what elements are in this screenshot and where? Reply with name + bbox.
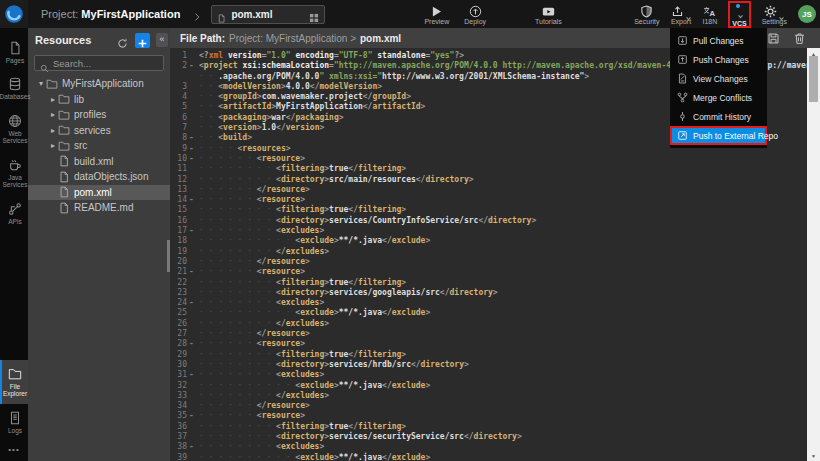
sidebar-item-apis[interactable]: APIs bbox=[0, 195, 28, 231]
line-number: 5 bbox=[170, 102, 187, 112]
caret-right-icon: ▸ bbox=[48, 95, 58, 104]
fold-marker[interactable]: - bbox=[187, 339, 196, 349]
sidebar-item-web-services[interactable]: Web Services bbox=[0, 107, 28, 151]
i18n-button[interactable]: A I18N bbox=[703, 4, 718, 25]
caret-right-icon: ▸ bbox=[48, 141, 58, 150]
code-line: 25· · · · · · · · · · <exclude>**/*.java… bbox=[170, 308, 807, 318]
file-icon bbox=[58, 186, 70, 198]
vcs-menu-item-push-to-external-repo[interactable]: Push to External Repo bbox=[670, 126, 767, 145]
fold-marker[interactable]: - bbox=[187, 144, 196, 154]
line-number: 9 bbox=[170, 144, 187, 154]
resources-search[interactable] bbox=[34, 55, 164, 71]
sidebar-item-logs[interactable]: Logs bbox=[0, 404, 28, 440]
grid-icon[interactable] bbox=[309, 9, 319, 19]
settings-button[interactable]: Settings bbox=[762, 4, 787, 25]
line-number: 19 bbox=[170, 247, 187, 257]
editor-scrollbar[interactable]: ▲ ▼ bbox=[807, 48, 820, 461]
fold-marker[interactable]: - bbox=[187, 154, 196, 164]
tree-item-pom-xml[interactable]: pom.xml bbox=[28, 185, 170, 201]
app-logo[interactable] bbox=[0, 0, 28, 28]
topbar: Project: MyFirstApplication pom.xml Prev… bbox=[0, 0, 820, 28]
preview-button[interactable]: Preview bbox=[424, 4, 449, 25]
line-number: 6 bbox=[170, 113, 187, 123]
vcs-menu-item-commit-history[interactable]: Commit History bbox=[670, 107, 767, 126]
menu-item-label: Push Changes bbox=[693, 55, 749, 65]
code-line: 37· · · · · · · · <directory>services/se… bbox=[170, 432, 807, 442]
video-icon bbox=[542, 4, 555, 17]
line-number: 36 bbox=[170, 422, 187, 432]
line-number: 14 bbox=[170, 195, 187, 205]
line-number: 17 bbox=[170, 226, 187, 236]
scroll-down-arrow[interactable]: ▼ bbox=[807, 450, 820, 461]
tree-item-src[interactable]: ▸src bbox=[28, 138, 170, 154]
line-number: 31 bbox=[170, 370, 187, 380]
sidebar-item-pages[interactable]: Pages bbox=[0, 34, 28, 70]
box-up-icon bbox=[677, 54, 688, 65]
fold-marker[interactable]: - bbox=[187, 226, 196, 236]
fold-spacer bbox=[187, 329, 196, 339]
commit-icon bbox=[677, 111, 688, 122]
save-icon[interactable] bbox=[767, 32, 780, 45]
fold-spacer bbox=[187, 164, 196, 174]
tree-item-dataobjects-json[interactable]: dataObjects.json bbox=[28, 169, 170, 185]
sidebar-item-databases[interactable]: Databases bbox=[0, 70, 28, 106]
line-number: 35 bbox=[170, 411, 187, 421]
user-avatar[interactable]: JS bbox=[798, 5, 816, 23]
fold-marker[interactable]: - bbox=[187, 298, 196, 308]
vcs-menu-item-push-changes[interactable]: Push Changes bbox=[670, 50, 767, 69]
nav-overflow-button[interactable]: ••• bbox=[0, 440, 28, 461]
tree-item-build-xml[interactable]: build.xml bbox=[28, 154, 170, 170]
folder-icon bbox=[58, 93, 70, 105]
search-input[interactable] bbox=[53, 58, 158, 69]
sidebar-item-file-explorer[interactable]: File Explorer bbox=[0, 360, 28, 404]
deploy-button[interactable]: Deploy bbox=[464, 4, 486, 25]
line-number: 10 bbox=[170, 154, 187, 164]
vcs-button[interactable]: VCS bbox=[728, 1, 750, 28]
tree-item-label: lib bbox=[74, 94, 84, 105]
scrollbar-thumb[interactable] bbox=[809, 56, 818, 102]
sidebar-item-java-services[interactable]: Java Services bbox=[0, 151, 28, 195]
fold-marker[interactable]: - bbox=[187, 61, 196, 71]
coffee-icon bbox=[8, 158, 22, 172]
search-icon bbox=[40, 59, 49, 68]
tree-item-label: build.xml bbox=[74, 156, 113, 167]
line-number: 2 bbox=[170, 61, 187, 71]
export-button[interactable]: Export bbox=[671, 4, 692, 25]
tree-item-lib[interactable]: ▸lib bbox=[28, 92, 170, 108]
fold-spacer bbox=[187, 205, 196, 215]
tree-item-services[interactable]: ▸services bbox=[28, 123, 170, 139]
security-button[interactable]: Security bbox=[634, 4, 659, 25]
fold-marker[interactable]: - bbox=[187, 267, 196, 277]
add-file-button[interactable] bbox=[135, 33, 150, 48]
code-line: 34· · · · · · </resource> bbox=[170, 401, 807, 411]
file-icon bbox=[58, 202, 70, 214]
vcs-menu-item-view-changes[interactable]: View Changes bbox=[670, 69, 767, 88]
fold-marker[interactable]: - bbox=[187, 442, 196, 452]
menu-item-label: View Changes bbox=[693, 74, 748, 84]
refresh-icon[interactable] bbox=[117, 35, 128, 46]
code-line: 23· · · · · · · · <directory>services/go… bbox=[170, 288, 807, 298]
fold-marker[interactable]: - bbox=[187, 370, 196, 380]
project-name: MyFirstApplication bbox=[81, 8, 180, 20]
fold-spacer bbox=[187, 422, 196, 432]
code-line: 32· · · · · · · · · · <exclude>**/*.java… bbox=[170, 381, 807, 391]
tree-item-myfirstapplication[interactable]: ▾MyFirstApplication bbox=[28, 76, 170, 92]
file-icon bbox=[217, 9, 226, 20]
folder-icon bbox=[8, 367, 22, 381]
tree-item-readme-md[interactable]: README.md bbox=[28, 200, 170, 216]
fold-marker[interactable]: - bbox=[187, 133, 196, 143]
collapse-panel-button[interactable]: « bbox=[156, 33, 168, 47]
fold-marker[interactable]: - bbox=[187, 411, 196, 421]
line-number: 13 bbox=[170, 185, 187, 195]
vcs-menu-item-merge-conflicts[interactable]: Merge Conflicts bbox=[670, 88, 767, 107]
vcs-menu-item-pull-changes[interactable]: Pull Changes bbox=[670, 31, 767, 50]
fold-marker[interactable]: - bbox=[187, 195, 196, 205]
tree-scrollbar-thumb[interactable] bbox=[167, 240, 170, 272]
tree-item-profiles[interactable]: ▸profiles bbox=[28, 107, 170, 123]
shield-icon bbox=[640, 4, 653, 17]
line-number: 34 bbox=[170, 401, 187, 411]
line-number: 25 bbox=[170, 308, 187, 318]
tutorials-button[interactable]: Tutorials bbox=[535, 4, 562, 25]
tab-pom-xml[interactable]: pom.xml bbox=[211, 5, 325, 24]
trash-icon[interactable] bbox=[793, 32, 806, 45]
